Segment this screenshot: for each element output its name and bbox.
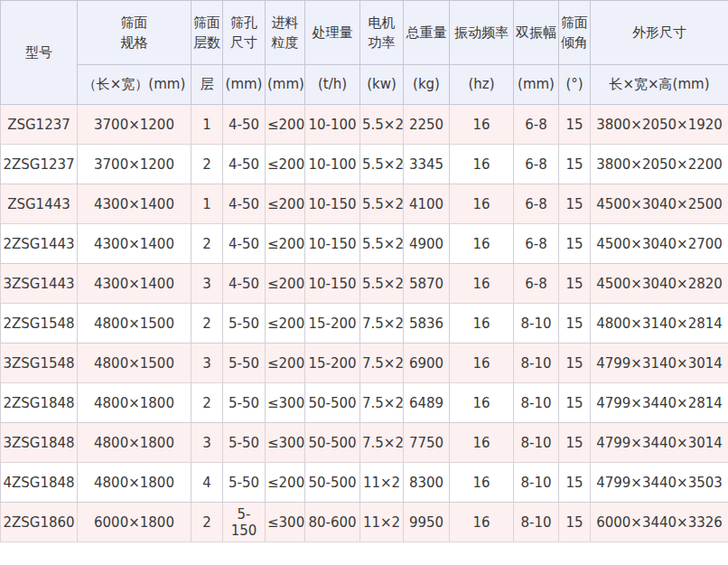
table-cell: 1: [191, 105, 223, 145]
model-cell: 2ZSG1237: [1, 145, 78, 184]
table-cell: 80-600: [305, 503, 360, 542]
col-header-screen-angle: 筛面 倾角: [559, 1, 591, 65]
table-row: ZSG1237 3700×1200 1 4-50 ≤200 10-100 5.5…: [1, 105, 728, 145]
table-cell: 4500×3040×2820: [591, 264, 728, 304]
table-cell: 4800×3140×2814: [591, 304, 728, 344]
table-row: 3ZSG1443 4300×1400 3 4-50 ≤200 10-150 5.…: [1, 264, 728, 304]
table-cell: 5836: [404, 304, 450, 344]
unit-header-vibration-frequency: (hz): [450, 65, 514, 105]
unit-header-screen-angle: (°): [559, 65, 591, 105]
table-cell: 8-10: [514, 383, 559, 423]
col-header-vibration-frequency: 振动频率: [450, 1, 514, 65]
unit-header-feed-size: (mm): [266, 65, 305, 105]
table-cell: ≤200: [266, 304, 305, 344]
table-cell: 3: [191, 344, 223, 383]
table-cell: 15-200: [305, 304, 360, 344]
model-cell: 2ZSG1548: [1, 304, 78, 344]
table-cell: 3800×2050×1920: [591, 105, 728, 145]
table-cell: 5-50: [223, 344, 266, 383]
table-cell: 11×2: [360, 503, 404, 542]
table-cell: 16: [450, 105, 514, 145]
unit-header-total-weight: (kg): [404, 65, 450, 105]
table-cell: 6489: [404, 383, 450, 423]
table-cell: 1: [191, 184, 223, 224]
model-cell: 2ZSG1860: [1, 503, 78, 542]
table-cell: 16: [450, 264, 514, 304]
table-cell: 16: [450, 383, 514, 423]
col-header-overall-dimensions: 外形尺寸: [591, 1, 728, 65]
table-cell: 16: [450, 304, 514, 344]
table-cell: 4800×1800: [78, 423, 191, 463]
table-cell: 10-150: [305, 184, 360, 224]
table-cell: 5870: [404, 264, 450, 304]
table-cell: 15: [559, 145, 591, 184]
table-cell: 15: [559, 264, 591, 304]
table-cell: ≤200: [266, 105, 305, 145]
model-cell: ZSG1237: [1, 105, 78, 145]
col-header-total-weight: 总重量: [404, 1, 450, 65]
table-cell: 5.5×2: [360, 145, 404, 184]
table-cell: 3700×1200: [78, 145, 191, 184]
unit-header-capacity: (t/h): [305, 65, 360, 105]
table-cell: ≤200: [266, 145, 305, 184]
table-cell: 10-150: [305, 224, 360, 264]
table-cell: 7.5×2: [360, 423, 404, 463]
table-cell: 3800×2050×2200: [591, 145, 728, 184]
table-cell: 16: [450, 224, 514, 264]
table-cell: 50-500: [305, 463, 360, 503]
table-cell: 6000×3440×3326: [591, 503, 728, 542]
table-cell: 15: [559, 463, 591, 503]
table-header: 型号 筛面 规格 筛面 层数 筛孔 尺寸 进料 粒度 处理量 电机 功率 总重量…: [1, 1, 728, 105]
col-header-deck-count: 筛面 层数: [191, 1, 223, 65]
unit-header-motor-power: (kw): [360, 65, 404, 105]
table-row: 2ZSG1860 6000×1800 2 5-150 ≤300 80-600 1…: [1, 503, 728, 542]
table-cell: 8-10: [514, 423, 559, 463]
table-cell: 6-8: [514, 145, 559, 184]
table-cell: 7750: [404, 423, 450, 463]
table-cell: 15: [559, 105, 591, 145]
table-cell: 4800×1800: [78, 463, 191, 503]
table-cell: 50-500: [305, 423, 360, 463]
table-cell: 8-10: [514, 463, 559, 503]
table-cell: 4: [191, 463, 223, 503]
table-cell: 7.5×2: [360, 383, 404, 423]
unit-header-double-amplitude: (mm): [514, 65, 559, 105]
table-body: ZSG1237 3700×1200 1 4-50 ≤200 10-100 5.5…: [1, 105, 728, 542]
model-cell: 4ZSG1848: [1, 463, 78, 503]
table-cell: 4799×3440×3503: [591, 463, 728, 503]
table-cell: ≤300: [266, 423, 305, 463]
table-cell: 5-50: [223, 463, 266, 503]
table-cell: 50-500: [305, 383, 360, 423]
table-cell: 6-8: [514, 264, 559, 304]
table-cell: 4300×1400: [78, 224, 191, 264]
table-cell: 7.5×2: [360, 304, 404, 344]
table-row: 4ZSG1848 4800×1800 4 5-50 ≤200 50-500 11…: [1, 463, 728, 503]
table-cell: 10-100: [305, 105, 360, 145]
col-header-capacity: 处理量: [305, 1, 360, 65]
table-cell: 6-8: [514, 184, 559, 224]
spec-table-page: 型号 筛面 规格 筛面 层数 筛孔 尺寸 进料 粒度 处理量 电机 功率 总重量…: [0, 0, 728, 565]
table-row: 2ZSG1548 4800×1500 2 5-50 ≤200 15-200 7.…: [1, 304, 728, 344]
model-cell: 2ZSG1443: [1, 224, 78, 264]
table-cell: 4-50: [223, 184, 266, 224]
table-cell: 6-8: [514, 224, 559, 264]
table-row: ZSG1443 4300×1400 1 4-50 ≤200 10-150 5.5…: [1, 184, 728, 224]
unit-header-mesh-size: (mm): [223, 65, 266, 105]
table-cell: 9950: [404, 503, 450, 542]
table-cell: ≤200: [266, 344, 305, 383]
table-cell: 2: [191, 145, 223, 184]
table-cell: 4500×3040×2500: [591, 184, 728, 224]
table-cell: 11×2: [360, 463, 404, 503]
model-cell: 2ZSG1848: [1, 383, 78, 423]
model-cell: 3ZSG1548: [1, 344, 78, 383]
table-cell: ≤200: [266, 463, 305, 503]
table-cell: 5.5×2: [360, 184, 404, 224]
table-cell: 6000×1800: [78, 503, 191, 542]
table-cell: 15: [559, 423, 591, 463]
table-cell: 15: [559, 224, 591, 264]
table-cell: 4799×3440×3014: [591, 423, 728, 463]
table-cell: 5-50: [223, 383, 266, 423]
table-cell: 2: [191, 503, 223, 542]
table-cell: 16: [450, 145, 514, 184]
table-cell: 2: [191, 304, 223, 344]
